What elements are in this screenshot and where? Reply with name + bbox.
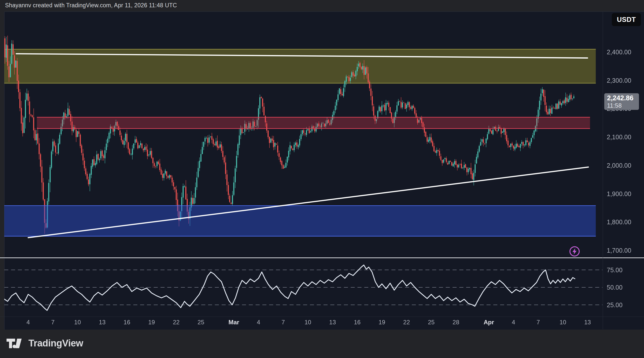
- last-price-badge: 2,242.86 11:58: [604, 93, 639, 110]
- price-axis-separator: [603, 12, 603, 329]
- rsi-axis-label: 75.00: [607, 266, 644, 274]
- time-axis-label: 28: [446, 319, 466, 326]
- price-axis-label: 1,900.00: [607, 190, 644, 197]
- time-axis-label: 7: [273, 319, 293, 326]
- time-axis-label: 7: [528, 319, 548, 326]
- time-axis-label: 10: [553, 319, 573, 326]
- price-axis-label: 1,800.00: [607, 218, 644, 226]
- time-axis-label: 16: [347, 319, 367, 326]
- time-axis-label: 4: [18, 319, 38, 326]
- time-axis[interactable]: 47101316192225Mar4710131619222528Apr4710…: [0, 317, 644, 329]
- tradingview-watermark[interactable]: TradingView: [7, 338, 83, 349]
- time-axis-label: 10: [298, 319, 318, 326]
- time-axis-label: 22: [396, 319, 417, 326]
- time-axis-label: 22: [166, 319, 186, 326]
- time-axis-label: 4: [503, 319, 524, 326]
- time-axis-label: 19: [372, 319, 392, 326]
- time-axis-label: Mar: [224, 319, 244, 326]
- time-axis-label: 19: [142, 319, 162, 326]
- tradingview-chart-window: Shayannv created with TradingView.com, A…: [0, 0, 644, 358]
- price-axis-label: 2,000.00: [607, 162, 644, 169]
- time-axis-label: 10: [67, 319, 88, 326]
- rsi-axis-label: 25.00: [607, 301, 644, 308]
- last-price-value: 2,242.86: [607, 94, 639, 102]
- price-axis-label: 1,700.00: [607, 247, 644, 254]
- time-axis-label: 4: [249, 319, 269, 326]
- time-axis-label: 13: [92, 319, 112, 326]
- time-axis-label: 25: [191, 319, 211, 326]
- rsi-pane-separator: [0, 317, 644, 317]
- time-axis-label: 25: [421, 319, 441, 326]
- price-axis-label: 2,100.00: [607, 133, 644, 141]
- price-chart-canvas[interactable]: [0, 0, 644, 358]
- symbol-badge[interactable]: USDT: [612, 13, 641, 26]
- time-axis-label: 7: [43, 319, 63, 326]
- time-axis-label: 13: [323, 319, 343, 326]
- time-axis-label: 16: [117, 319, 137, 326]
- price-axis-label: 2,400.00: [607, 49, 644, 56]
- time-axis-label: 13: [578, 319, 598, 326]
- tradingview-logo: [7, 338, 25, 349]
- rsi-axis-label: 50.00: [607, 284, 644, 291]
- time-axis-label: Apr: [479, 319, 499, 326]
- tradingview-logo-text: TradingView: [28, 338, 83, 349]
- price-axis-label: 2,300.00: [607, 77, 644, 84]
- flash-boost-icon[interactable]: [569, 246, 580, 257]
- last-price-time: 11:58: [607, 102, 639, 109]
